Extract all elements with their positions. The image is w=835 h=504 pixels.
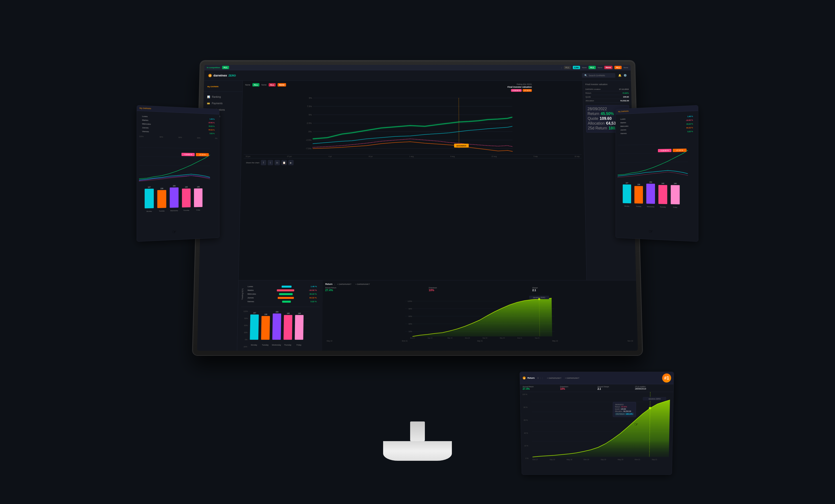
chart-final-val: Final investor valuation	[507, 86, 532, 88]
svg-text:147: 147	[148, 186, 151, 188]
svg-rect-82	[170, 187, 179, 208]
ret-creation-val: 28/09/2019	[635, 388, 671, 390]
svg-text:150: 150	[649, 181, 652, 183]
svg-rect-39	[295, 315, 304, 340]
sidebar-item-ranking[interactable]: 📊 Ranking	[204, 94, 242, 100]
svg-rect-103	[623, 184, 631, 203]
at-2: Ene 21	[402, 340, 408, 342]
svg-text:Friday: Friday	[196, 209, 200, 211]
svg-text:5%: 5%	[309, 114, 312, 116]
svg-text:darwinex ZERO: darwinex ZERO	[533, 297, 546, 298]
fp-r-name-miercoles: Miércoles	[620, 125, 634, 127]
day-val-viernes: 3.22 %	[310, 300, 317, 303]
svg-text:May 20: May 20	[618, 459, 623, 461]
day-stats: Lunes 1.46 % Martes -10.92 %	[244, 283, 320, 305]
chart-badge-orange[interactable]: None	[278, 83, 286, 87]
fp-name-viernes: Viernes	[142, 130, 158, 133]
sidebar-brand: My DARWIN	[204, 84, 243, 92]
settings-icon-nav[interactable]: ⚙️	[624, 74, 627, 77]
returns-title: Return	[325, 283, 332, 285]
stat-row-quote: Quote 109.60	[586, 95, 629, 99]
share-twitter[interactable]: t	[268, 160, 273, 165]
share-label: Share the chart	[246, 162, 259, 164]
competition-bar: In competition ALL | ALL Live None ALL N…	[204, 65, 631, 70]
tl-4: 18 jul	[368, 156, 372, 157]
svg-text:d: d	[524, 377, 525, 380]
fp-right-bars: 147 138 150 146 146 Monday Tuesday Wedne…	[618, 181, 688, 211]
y-60: 60%	[179, 137, 182, 138]
filter-live[interactable]: Live	[573, 66, 580, 69]
filter-none2[interactable]: None	[597, 66, 602, 68]
chart-badge-all[interactable]: ALL	[252, 83, 259, 87]
y-0: 0%	[215, 138, 218, 139]
svg-text:Ene 19: Ene 19	[584, 459, 589, 461]
payments-label: Payments	[212, 102, 223, 105]
search-input[interactable]	[589, 74, 613, 77]
tooltip-alloc-key: Allocation	[588, 121, 605, 126]
filter-all[interactable]: ALL	[564, 66, 571, 69]
share-copy[interactable]: 📋	[281, 160, 287, 165]
filter-none1[interactable]: None	[582, 66, 587, 68]
competition-badge[interactable]: ALL	[222, 66, 229, 69]
by-90: 90 %	[521, 406, 529, 408]
svg-text:0%: 0%	[308, 130, 312, 133]
svg-text:60%: 60%	[409, 315, 412, 317]
ranking-icon: 📊	[207, 96, 210, 98]
svg-text:Ene 17: Ene 17	[410, 337, 415, 339]
svg-rect-35	[250, 315, 259, 340]
at-1: May 22	[327, 340, 332, 342]
svg-text:Thursday: Thursday	[284, 344, 291, 346]
bt-25d-key: 25d Return	[616, 413, 625, 415]
ret-creation-label: 27LA creation	[635, 386, 671, 388]
fp-name-martes: Martes	[142, 119, 158, 122]
svg-text:138: 138	[160, 188, 163, 189]
fp-bottom-darwin: + DARWIN/MKT	[565, 377, 579, 379]
day-name-jueves: Jueves	[247, 297, 262, 299]
y-30: 30%	[197, 137, 200, 139]
filter-none4[interactable]: ALL	[614, 66, 622, 69]
cursor-left: ☞	[172, 229, 177, 235]
fp-left-brand: My DARWIN	[140, 107, 151, 110]
svg-text:138: 138	[264, 314, 267, 315]
tl-2: 27 jun	[287, 156, 292, 157]
stat-row-creation: DARWIN creation 27.12.2019	[585, 87, 629, 92]
sidebar-item-payments[interactable]: 💳 Payments	[203, 100, 242, 107]
filter-none3[interactable]: None	[604, 66, 612, 69]
stat-creation-label: DARWIN creation	[585, 88, 600, 90]
chart-legend: +118.90 % -27.20 %	[507, 89, 532, 92]
returns-header: Return | + DARWIN/MKT + DARWIN/MKT	[325, 283, 634, 285]
tooltip-25d-key: 25d Return	[588, 126, 607, 130]
bell-icon[interactable]: 🔔	[618, 74, 622, 77]
svg-text:146: 146	[287, 313, 289, 314]
svg-text:147: 147	[253, 312, 256, 314]
filter-all2[interactable]: ALL	[589, 66, 596, 69]
by-10: 10 %	[522, 445, 529, 446]
chart-badge-red[interactable]: ALL	[268, 83, 276, 87]
main-chart-area: None ALL None ALL None Rating (Dis 2022)	[239, 81, 587, 280]
fp-bottom-logo: d	[522, 376, 526, 380]
by-0: 0 %	[522, 458, 529, 459]
monitor-neck	[410, 422, 425, 441]
tl-3: 4 jul	[329, 156, 332, 157]
share-linkedin[interactable]: in	[274, 160, 280, 165]
filter-none5[interactable]: None	[624, 66, 628, 68]
svg-text:May 18: May 18	[567, 459, 572, 461]
y-90: 90%	[160, 136, 163, 138]
chart-timeline: 20 jun 27 jun 4 jul 18 jul 1 aug 8 aug 2…	[244, 154, 582, 158]
stat-row-allocation: Allocation €4,532.00	[586, 99, 629, 103]
tooltip-return-val: 45.50%	[601, 112, 614, 116]
competition-label: In competition	[207, 66, 220, 68]
share-bar: Share the chart f t in 📋 ▶	[243, 158, 582, 167]
tooltip-quote-key: Quote	[588, 116, 598, 121]
returns-stats: Annual Return 27.4% Drawdown 10% Sharpe	[325, 287, 634, 291]
bt-q-val: 109.60	[620, 408, 626, 410]
scene: In competition ALL | ALL Live None ALL N…	[147, 43, 688, 461]
share-facebook[interactable]: f	[261, 160, 266, 165]
ret-annual-val: 27.4%	[523, 388, 559, 390]
day-bar-lunes	[282, 285, 292, 287]
stats-title: Final investor valuation	[585, 83, 629, 86]
sharpe-val: 2.1	[532, 288, 634, 291]
fp-right-brand: My DARWIN	[618, 110, 629, 113]
share-play[interactable]: ▶	[288, 160, 293, 165]
at-3: Sep 21	[477, 340, 483, 342]
